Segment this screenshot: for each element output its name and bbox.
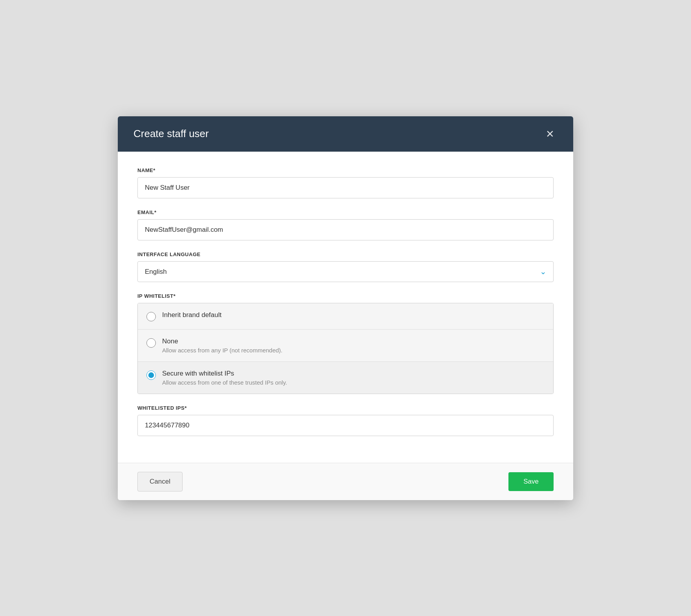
modal-footer: Cancel Save [118,463,573,500]
interface-language-field-group: INTERFACE LANGUAGE English Spanish Frenc… [137,251,554,282]
ip-option-none-desc: Allow access from any IP (not recommende… [162,347,283,354]
interface-language-label: INTERFACE LANGUAGE [137,251,554,257]
name-input[interactable] [137,177,554,198]
whitelisted-ips-field-group: WHITELISTED IPS* [137,405,554,436]
ip-radio-secure[interactable] [146,370,156,380]
save-button[interactable]: Save [508,472,554,491]
ip-option-inherit-label: Inherit brand default [162,311,221,319]
ip-option-secure-text: Secure with whitelist IPs Allow access f… [162,370,287,386]
ip-radio-inherit[interactable] [146,312,156,321]
ip-option-secure-desc: Allow access from one of these trusted I… [162,379,287,386]
interface-language-select[interactable]: English Spanish French German Portuguese [137,261,554,282]
email-field-group: EMAIL* [137,209,554,240]
ip-option-none-text: None Allow access from any IP (not recom… [162,337,283,354]
whitelisted-ips-label: WHITELISTED IPS* [137,405,554,411]
name-field-group: NAME* [137,167,554,198]
ip-whitelist-options: Inherit brand default None Allow access … [137,303,554,394]
ip-whitelist-label: IP WHITELIST* [137,293,554,299]
whitelisted-ips-input[interactable] [137,415,554,436]
ip-option-secure[interactable]: Secure with whitelist IPs Allow access f… [138,362,553,394]
name-label: NAME* [137,167,554,173]
ip-option-inherit[interactable]: Inherit brand default [138,303,553,330]
email-input[interactable] [137,219,554,240]
ip-option-secure-label: Secure with whitelist IPs [162,370,287,378]
modal-title: Create staff user [133,128,209,140]
modal-header: Create staff user ✕ [118,116,573,152]
ip-option-inherit-text: Inherit brand default [162,311,221,319]
modal-body: NAME* EMAIL* INTERFACE LANGUAGE English … [118,152,573,463]
ip-option-none[interactable]: None Allow access from any IP (not recom… [138,330,553,362]
interface-language-select-wrapper: English Spanish French German Portuguese… [137,261,554,282]
email-label: EMAIL* [137,209,554,215]
ip-whitelist-field-group: IP WHITELIST* Inherit brand default None… [137,293,554,394]
cancel-button[interactable]: Cancel [137,472,183,491]
create-staff-user-modal: Create staff user ✕ NAME* EMAIL* INTERFA… [118,116,573,500]
ip-radio-none[interactable] [146,338,156,348]
ip-option-none-label: None [162,337,283,345]
close-button[interactable]: ✕ [543,127,558,141]
